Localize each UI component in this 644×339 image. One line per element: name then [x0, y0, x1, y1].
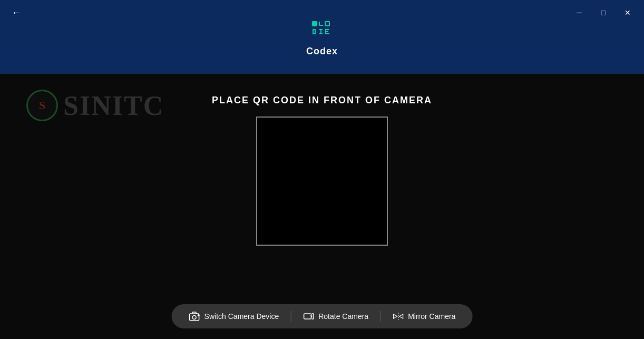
- titlebar: ←: [0, 0, 644, 74]
- svg-rect-11: [315, 30, 316, 33]
- watermark: S SINITC: [26, 90, 164, 121]
- svg-rect-7: [325, 22, 329, 26]
- switch-camera-icon: [189, 312, 200, 321]
- svg-rect-10: [313, 33, 316, 34]
- svg-rect-6: [319, 25, 323, 26]
- close-button[interactable]: ✕: [616, 4, 640, 21]
- app-title: Codex: [306, 46, 338, 57]
- minimize-button[interactable]: ─: [567, 4, 591, 21]
- svg-rect-14: [319, 33, 323, 34]
- rotate-camera-icon: [303, 312, 314, 321]
- watermark-text: SINITC: [63, 90, 164, 121]
- mirror-camera-button[interactable]: Mirror Camera: [380, 304, 467, 328]
- back-button[interactable]: ←: [4, 4, 28, 21]
- main-content: S SINITC PLACE QR CODE IN FRONT OF CAMER…: [0, 74, 644, 339]
- rotate-camera-button[interactable]: Rotate Camera: [291, 304, 380, 328]
- svg-rect-17: [325, 31, 328, 32]
- svg-rect-4: [313, 22, 314, 26]
- svg-rect-9: [313, 29, 316, 30]
- logo-area: Codex: [306, 17, 338, 57]
- svg-rect-16: [325, 29, 329, 30]
- bottom-toolbar: Switch Camera Device Rotate Camera: [172, 304, 473, 328]
- camera-viewport: [256, 117, 388, 246]
- watermark-circle: S: [26, 90, 58, 121]
- titlebar-controls: ─ □ ✕: [567, 4, 640, 21]
- switch-camera-button[interactable]: Switch Camera Device: [177, 304, 291, 328]
- svg-point-20: [192, 316, 196, 319]
- mirror-camera-icon: [392, 312, 404, 321]
- instruction-text: PLACE QR CODE IN FRONT OF CAMERA: [212, 95, 432, 106]
- app-logo: [309, 17, 335, 43]
- maximize-button[interactable]: □: [591, 4, 616, 21]
- svg-rect-18: [325, 33, 329, 34]
- svg-rect-22: [304, 314, 311, 319]
